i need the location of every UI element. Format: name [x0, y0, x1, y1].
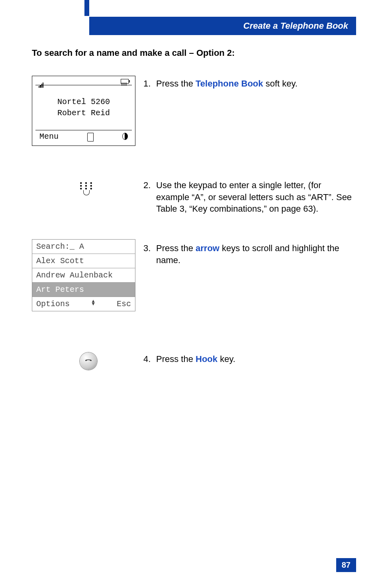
- step-text: Press the arrow keys to scroll and highl…: [156, 242, 356, 266]
- search-field[interactable]: Search:_ A: [32, 240, 135, 254]
- page-header: Create a Telephone Book: [89, 17, 356, 35]
- softkey-esc[interactable]: Esc: [117, 299, 131, 309]
- header-title: Create a Telephone Book: [243, 21, 348, 31]
- section-heading: To search for a name and make a call – O…: [32, 48, 356, 58]
- header-stripe: [84, 0, 89, 16]
- phonebook-icon[interactable]: [87, 130, 94, 143]
- manual-page: Create a Telephone Book To search for a …: [0, 0, 380, 588]
- keyword-hook: Hook: [196, 354, 217, 364]
- step-2: 2. Use the keypad to enter a single lett…: [143, 179, 356, 215]
- list-item[interactable]: Alex Scott: [32, 254, 135, 268]
- keypad-icon: ● ● ●● ● ●● ● ●: [80, 181, 93, 197]
- step-text: Use the keypad to enter a single letter,…: [156, 179, 356, 215]
- step-number: 1.: [143, 78, 156, 90]
- list-item[interactable]: Andrew Aulenback: [32, 268, 135, 282]
- phone-model: Nortel 5260: [32, 96, 135, 108]
- softkey-bar: Options ▲▼ Esc: [32, 297, 135, 311]
- list-item-highlighted[interactable]: Art Peters: [32, 282, 135, 297]
- keyword-arrow: arrow: [196, 243, 219, 253]
- step-number: 3.: [143, 242, 156, 266]
- battery-icon: [121, 79, 129, 84]
- step-number: 4.: [143, 353, 156, 365]
- phone-idle-text: Nortel 5260 Robert Reid: [32, 85, 135, 130]
- updown-arrows-icon[interactable]: ▲▼: [92, 300, 94, 309]
- page-number: 87: [336, 558, 356, 572]
- step-number: 2.: [143, 179, 156, 215]
- signal-icon: [39, 79, 44, 84]
- moon-icon[interactable]: [122, 130, 128, 143]
- status-bar: [35, 78, 132, 85]
- keyword-telephone-book: Telephone Book: [196, 79, 263, 88]
- softkey-menu[interactable]: Menu: [39, 130, 59, 143]
- step-3: 3. Press the arrow keys to scroll and hi…: [143, 242, 356, 266]
- step-text: Press the Telephone Book soft key.: [156, 78, 356, 90]
- step-4: 4. Press the Hook key.: [143, 353, 356, 365]
- phone-screen-idle: Nortel 5260 Robert Reid Menu: [32, 76, 135, 146]
- softkey-bar: Menu: [35, 130, 132, 146]
- phone-screen-search: Search:_ A Alex Scott Andrew Aulenback A…: [32, 239, 135, 311]
- step-1: 1. Press the Telephone Book soft key.: [143, 78, 356, 90]
- handset-icon: [84, 356, 93, 366]
- step-text: Press the Hook key.: [156, 353, 356, 365]
- phone-owner: Robert Reid: [32, 108, 135, 119]
- hook-key-icon[interactable]: [80, 352, 97, 370]
- softkey-options[interactable]: Options: [36, 299, 70, 309]
